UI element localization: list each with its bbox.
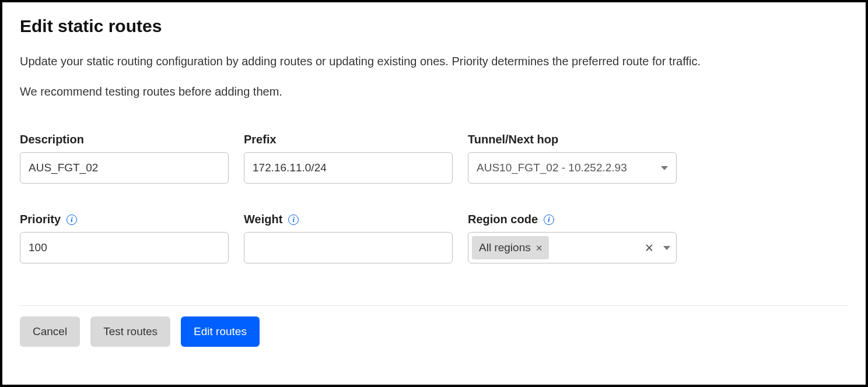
info-icon[interactable]: i: [544, 214, 554, 225]
cancel-button[interactable]: Cancel: [20, 316, 80, 347]
divider: [20, 305, 848, 306]
info-icon[interactable]: i: [66, 214, 77, 225]
chevron-down-icon: [661, 166, 668, 170]
tunnel-select[interactable]: AUS10_FGT_02 - 10.252.2.93: [468, 152, 677, 184]
weight-label: Weight: [244, 213, 282, 226]
region-select[interactable]: All regions ✕ ✕: [468, 232, 677, 263]
chevron-down-icon[interactable]: [663, 246, 670, 250]
description-input[interactable]: [20, 152, 229, 184]
edit-routes-button[interactable]: Edit routes: [181, 316, 260, 347]
description-label: Description: [20, 133, 84, 146]
test-routes-button[interactable]: Test routes: [90, 316, 170, 347]
remove-tag-icon[interactable]: ✕: [536, 244, 543, 252]
clear-all-icon[interactable]: ✕: [641, 242, 657, 254]
tunnel-value: AUS10_FGT_02 - 10.252.2.93: [477, 161, 627, 174]
info-icon[interactable]: i: [288, 214, 299, 225]
weight-input[interactable]: [244, 232, 453, 263]
region-tag-label: All regions: [479, 241, 531, 254]
recommend-text: We recommend testing routes before addin…: [20, 83, 848, 100]
intro-text: Update your static routing configuration…: [20, 52, 848, 70]
tunnel-label: Tunnel/Next hop: [468, 133, 558, 146]
priority-label: Priority: [20, 213, 61, 226]
page-title: Edit static routes: [20, 16, 848, 36]
priority-input[interactable]: [20, 232, 229, 263]
prefix-label: Prefix: [244, 133, 276, 146]
prefix-input[interactable]: [244, 152, 453, 184]
region-tag: All regions ✕: [472, 236, 549, 259]
region-label: Region code: [468, 213, 538, 226]
